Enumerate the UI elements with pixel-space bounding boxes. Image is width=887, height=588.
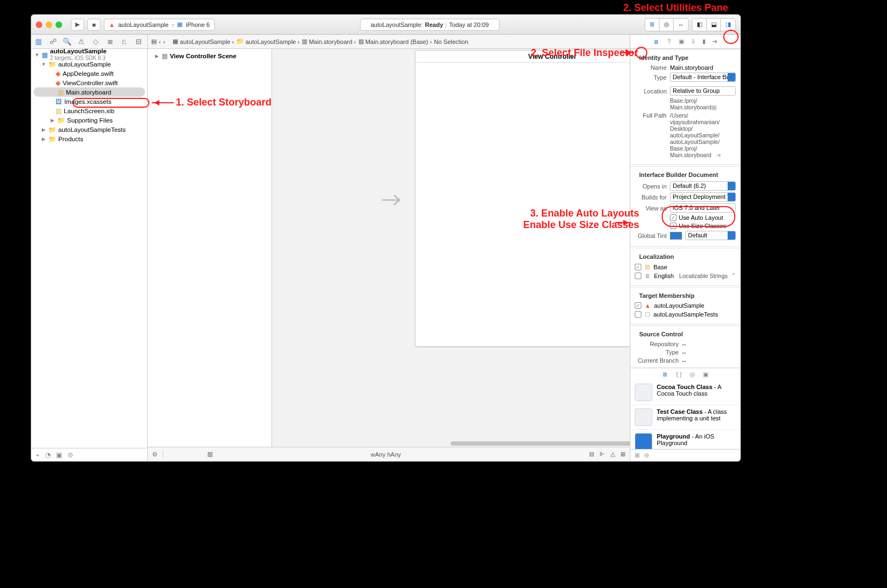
toggle-utilities-icon[interactable]: ◨ [721,19,735,31]
version-editor-icon[interactable]: ↔ [674,19,688,31]
toggle-debug-icon[interactable]: ⬓ [707,19,721,31]
loc-en-label: English [654,273,674,279]
pin-icon[interactable]: ⊩ [600,451,605,458]
annotation-oval-storyboard [73,98,149,108]
section-target: Target Membership [635,290,736,301]
tree-file-storyboard[interactable]: ▥Main.storyboard [34,87,145,97]
attributes-inspector-icon[interactable]: ⇩ [691,38,696,45]
search-navigator-icon[interactable]: 🔍 [60,35,74,48]
tree-group-products[interactable]: ▶📁Products [31,134,147,143]
crumb-group[interactable]: 📁 autoLayoutSample › [236,38,300,45]
initial-vc-arrow-icon [382,192,404,208]
panes-seg[interactable]: ◧ ⬓ ◨ [692,18,736,31]
crumb-label: autoLayoutSample [180,38,230,45]
editor-mode-seg[interactable]: ≣ ◎ ↔ [645,18,689,31]
group-label: autoLayoutSample [58,61,111,68]
loc-base-checkbox[interactable] [635,264,641,270]
list-item[interactable]: Playground - An iOS Playground [630,430,740,449]
location-select[interactable]: Relative to Group [670,86,736,96]
size-class-control[interactable]: wAny hAny [370,451,401,458]
media-library-icon[interactable]: ▣ [703,371,708,378]
label: View as [635,205,667,212]
size-inspector-icon[interactable]: ▮ [702,38,706,45]
tree-group-app[interactable]: ▼📁autoLayoutSample [31,59,147,69]
file-inspector-icon[interactable]: 🗎 [653,38,659,45]
filter-recent-icon[interactable]: ◔ [45,451,51,459]
opensin-select[interactable]: Default (6.2) [670,181,736,191]
tree-group-tests[interactable]: ▶📁autoLayoutSampleTests [31,125,147,134]
assistant-editor-icon[interactable]: ◎ [659,19,674,31]
back-icon[interactable]: ‹ [159,38,161,45]
target-tests-checkbox[interactable] [635,311,641,318]
quick-help-icon[interactable]: ？ [666,37,672,46]
buildsfor-select[interactable]: Project Deployment T… [670,192,736,202]
identity-inspector-icon[interactable]: ▣ [679,38,684,45]
crumb-label: Main.storyboard [309,38,352,45]
filter-icon[interactable]: ⊝ [644,452,649,459]
code-snippet-icon[interactable]: { } [676,371,681,378]
outline-scene[interactable]: ▶▦ View Controller Scene [151,51,268,60]
tree-group-supporting[interactable]: ▶📁Supporting Files [31,115,147,125]
project-navigator-icon[interactable]: ▥ [31,35,46,48]
filter-icon[interactable]: ⊝ [68,451,73,459]
minimize-icon[interactable] [46,21,52,28]
item-name: Test Case Class [657,408,703,415]
outline-toggle-icon[interactable]: ▥ [163,451,213,458]
annotation-1: 1. Select Storyboard [176,97,271,108]
file-icon: 🗎 [645,273,651,279]
connections-inspector-icon[interactable]: ➜ [712,38,717,45]
related-items-icon[interactable]: ▤ [151,38,157,45]
annotation-utilities: 2. Select Utilities Pane [623,2,728,14]
toggle-navigator-icon[interactable]: ◧ [692,19,707,31]
bundle-icon: ▢ [645,310,650,318]
tint-select[interactable]: Default [685,231,736,240]
breakpoint-navigator-icon[interactable]: ⎌ [117,35,131,48]
scene-view-controller[interactable]: View Controller [415,50,630,347]
crumb-base[interactable]: ▥ Main.storyboard (Base) › [358,38,432,45]
filter-icon[interactable]: ⊝ [152,451,157,458]
h-scrollbar[interactable] [420,441,591,447]
tree-file-viewcontroller[interactable]: ◆ViewController.swift [31,78,147,87]
library-list: Cocoa Touch Class - A Cocoa Touch class … [630,380,740,449]
stop-button[interactable]: ■ [87,19,101,31]
resolve-icon[interactable]: △ [611,451,615,458]
debug-navigator-icon[interactable]: ≣ [103,35,117,48]
loc-en-kind[interactable]: Localizable Strings [677,273,728,279]
tint-swatch[interactable] [670,232,682,240]
crumb-file[interactable]: ▥ Main.storyboard › [302,38,356,45]
template-icon [635,384,652,401]
folder-icon[interactable]: ▦ [711,104,717,110]
grid-icon[interactable]: ⊞ [635,452,640,459]
align-icon[interactable]: ⊟ [589,451,594,458]
forward-icon[interactable]: › [163,38,165,45]
annotation-3: 3. Enable Auto LayoutsEnable Use Size Cl… [523,208,639,231]
loc-en-checkbox[interactable] [635,273,641,279]
list-item[interactable]: Test Case Class - A class implementing a… [630,405,740,430]
zoom-icon[interactable] [56,21,62,28]
tree-file-appdelegate[interactable]: ◆AppDelegate.swift [31,69,147,78]
storyboard-icon: ▥ [645,263,650,270]
close-icon[interactable] [36,21,42,28]
file-template-icon[interactable]: 🗎 [662,371,668,378]
symbol-navigator-icon[interactable]: ☍ [46,35,60,48]
list-item[interactable]: Cocoa Touch Class - A Cocoa Touch class [630,380,740,405]
crumb-project[interactable]: ▦ autoLayoutSample › [173,38,234,45]
reveal-icon[interactable]: ➜ [716,152,721,158]
scheme-selector[interactable]: ▲ autoLayoutSample › ▦ iPhone 6 [104,19,215,31]
issue-navigator-icon[interactable]: ⚠ [74,35,88,48]
report-navigator-icon[interactable]: ⊟ [131,35,146,48]
tree-project[interactable]: ▼▦ autoLayoutSample 2 targets, iOS SDK 8… [31,50,147,59]
target-main-checkbox[interactable] [635,302,641,309]
type-select[interactable]: Default - Interface Bui… [670,73,736,82]
object-library-icon[interactable]: ◎ [690,371,695,378]
filter-scm-icon[interactable]: ▣ [56,451,62,459]
value: -- [682,349,686,356]
run-button[interactable]: ▶ [71,19,84,31]
resizing-icon[interactable]: ⊞ [620,451,625,458]
add-icon[interactable]: + [36,452,40,458]
standard-editor-icon[interactable]: ≣ [645,19,659,31]
crumb-selection[interactable]: No Selection [434,38,468,45]
test-navigator-icon[interactable]: ◇ [88,35,103,48]
ib-canvas[interactable]: View Controller [272,49,630,447]
item-name: Cocoa Touch Class [657,384,712,390]
